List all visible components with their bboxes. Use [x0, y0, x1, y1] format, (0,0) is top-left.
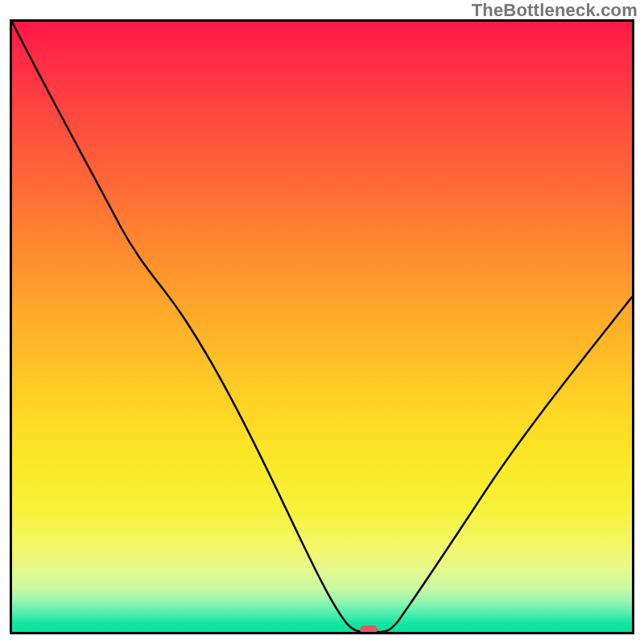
watermark-text: TheBottleneck.com	[472, 0, 638, 21]
curve-overlay	[12, 22, 632, 632]
valley-marker	[360, 625, 378, 632]
bottleneck-curve	[12, 22, 632, 632]
chart-container: TheBottleneck.com	[0, 0, 644, 644]
plot-frame	[10, 19, 634, 634]
